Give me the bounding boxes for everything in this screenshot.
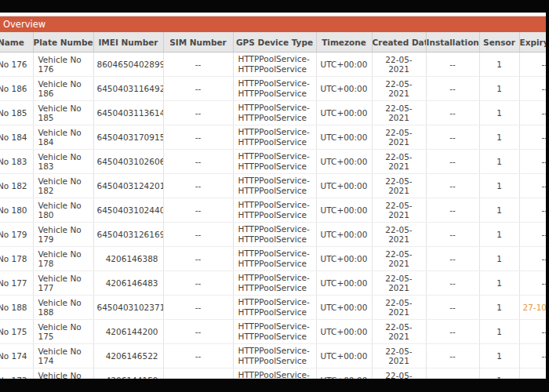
cell-plate: Vehicle No 175 — [33, 320, 93, 344]
table-row[interactable]: Vehicle No 183Vehicle No 183645040310260… — [0, 150, 546, 174]
cell-imei: 4206146388 — [93, 247, 163, 271]
cell-sensor: 1 — [479, 53, 519, 77]
cell-asset: Vehicle No 184 — [0, 125, 33, 150]
cell-sensor: 1 — [479, 174, 519, 198]
cell-installed: -- — [426, 344, 479, 368]
tab-bar: Overview — [0, 16, 546, 32]
cell-imei: 4206146522 — [93, 344, 163, 368]
table-row[interactable]: Vehicle No 173Vehicle No 1734206144159--… — [0, 368, 546, 379]
cell-expiry: -- — [519, 174, 546, 198]
table-row[interactable]: Vehicle No 176Vehicle No 176860465040289… — [0, 53, 546, 77]
cell-plate: Vehicle No 180 — [33, 198, 93, 223]
cell-installed: -- — [426, 320, 479, 344]
cell-asset: Vehicle No 177 — [0, 271, 33, 296]
cell-imei: 64504031024405 — [93, 198, 163, 223]
column-header-sim[interactable]: SIM Number — [163, 32, 233, 53]
table-row[interactable]: Vehicle No 177Vehicle No 1774206146483--… — [0, 271, 546, 296]
cell-expiry: -- — [519, 101, 546, 125]
cell-gps: HTTPPoolService-HTTPPoolService — [233, 198, 316, 223]
cell-created: 22-05-2021 — [372, 368, 426, 379]
cell-gps: HTTPPoolService-HTTPPoolService — [233, 271, 316, 296]
cell-asset: Vehicle No 185 — [0, 101, 33, 125]
table-row[interactable]: Vehicle No 185Vehicle No 185645040311361… — [0, 101, 546, 125]
column-header-created[interactable]: Created Date — [372, 32, 426, 53]
cell-tz: UTC+00:00 — [316, 101, 372, 125]
cell-installed: -- — [426, 125, 479, 150]
table-header-row: Asset NamePlate NumberIMEI NumberSIM Num… — [0, 32, 546, 53]
cell-sensor: 1 — [479, 101, 519, 125]
cell-sensor: 1 — [479, 247, 519, 271]
cell-imei: 4206144200 — [93, 320, 163, 344]
cell-gps: HTTPPoolService-HTTPPoolService — [233, 174, 316, 198]
app-window: Overview Asset NamePlate NumberIMEI Numb… — [0, 13, 546, 379]
cell-sensor: 1 — [479, 150, 519, 174]
cell-asset: Vehicle No 178 — [0, 247, 33, 271]
cell-created: 22-05-2021 — [372, 174, 426, 198]
cell-gps: HTTPPoolService-HTTPPoolService — [233, 223, 316, 247]
cell-tz: UTC+00:00 — [316, 223, 372, 247]
tab-overview[interactable]: Overview — [0, 19, 45, 30]
column-header-gps[interactable]: GPS Device Type — [233, 32, 316, 53]
cell-sim: -- — [163, 150, 233, 174]
cell-gps: HTTPPoolService-HTTPPoolService — [233, 344, 316, 368]
table-row[interactable]: Vehicle No 174Vehicle No 1744206146522--… — [0, 344, 546, 368]
cell-created: 22-05-2021 — [372, 344, 426, 368]
cell-imei: 64504031261692 — [93, 223, 163, 247]
cell-sensor: 1 — [479, 125, 519, 150]
cell-expiry: -- — [519, 223, 546, 247]
cell-sim: -- — [163, 77, 233, 101]
cell-gps: HTTPPoolService-HTTPPoolService — [233, 320, 316, 344]
cell-created: 22-05-2021 — [372, 247, 426, 271]
cell-tz: UTC+00:00 — [316, 198, 372, 223]
cell-sim: -- — [163, 296, 233, 320]
cell-installed: -- — [426, 174, 479, 198]
cell-imei: 860465040289930 — [93, 53, 163, 77]
table-row[interactable]: Vehicle No 184Vehicle No 184645040317091… — [0, 125, 546, 150]
column-header-tz[interactable]: Timezone — [316, 32, 372, 53]
cell-created: 22-05-2021 — [372, 125, 426, 150]
cell-expiry: -- — [519, 320, 546, 344]
cell-gps: HTTPPoolService-HTTPPoolService — [233, 101, 316, 125]
column-header-plate[interactable]: Plate Number — [33, 32, 93, 53]
cell-installed: -- — [426, 150, 479, 174]
table-row[interactable]: Vehicle No 179Vehicle No 179645040312616… — [0, 223, 546, 247]
cell-created: 22-05-2021 — [372, 223, 426, 247]
cell-sensor: 1 — [479, 344, 519, 368]
cell-plate: Vehicle No 178 — [33, 247, 93, 271]
table-row[interactable]: Vehicle No 186Vehicle No 186645040311649… — [0, 77, 546, 101]
cell-tz: UTC+00:00 — [316, 174, 372, 198]
cell-imei: 4206146483 — [93, 271, 163, 296]
cell-gps: HTTPPoolService-HTTPPoolService — [233, 125, 316, 150]
table-row[interactable]: Vehicle No 188Vehicle No 188645040310237… — [0, 296, 546, 320]
cell-created: 22-05-2021 — [372, 77, 426, 101]
cell-asset: Vehicle No 180 — [0, 198, 33, 223]
cell-expiry: -- — [519, 150, 546, 174]
cell-plate: Vehicle No 183 — [33, 150, 93, 174]
devices-table: Asset NamePlate NumberIMEI NumberSIM Num… — [0, 32, 546, 379]
table-row[interactable]: Vehicle No 178Vehicle No 1784206146388--… — [0, 247, 546, 271]
cell-asset: Vehicle No 182 — [0, 174, 33, 198]
cell-gps: HTTPPoolService-HTTPPoolService — [233, 368, 316, 379]
column-header-installed[interactable]: Installation Date — [426, 32, 479, 53]
cell-expiry: -- — [519, 198, 546, 223]
column-header-expiry[interactable]: Expiry Date — [519, 32, 546, 53]
cell-plate: Vehicle No 173 — [33, 368, 93, 379]
column-header-sensor[interactable]: Sensor — [479, 32, 519, 53]
cell-plate: Vehicle No 179 — [33, 223, 93, 247]
cell-installed: -- — [426, 53, 479, 77]
cell-sim: -- — [163, 125, 233, 150]
cell-asset: Vehicle No 173 — [0, 368, 33, 379]
cell-sim: -- — [163, 198, 233, 223]
column-header-imei[interactable]: IMEI Number — [93, 32, 163, 53]
table-row[interactable]: Vehicle No 182Vehicle No 182645040312420… — [0, 174, 546, 198]
cell-tz: UTC+00:00 — [316, 53, 372, 77]
cell-imei: 64504031242015 — [93, 174, 163, 198]
cell-asset: Vehicle No 176 — [0, 53, 33, 77]
cell-gps: HTTPPoolService-HTTPPoolService — [233, 77, 316, 101]
column-header-asset[interactable]: Asset Name — [0, 32, 33, 53]
cell-installed: -- — [426, 271, 479, 296]
table-row[interactable]: Vehicle No 175Vehicle No 1754206144200--… — [0, 320, 546, 344]
table-row[interactable]: Vehicle No 180Vehicle No 180645040310244… — [0, 198, 546, 223]
cell-imei: 64504031709153 — [93, 125, 163, 150]
cell-created: 22-05-2021 — [372, 101, 426, 125]
